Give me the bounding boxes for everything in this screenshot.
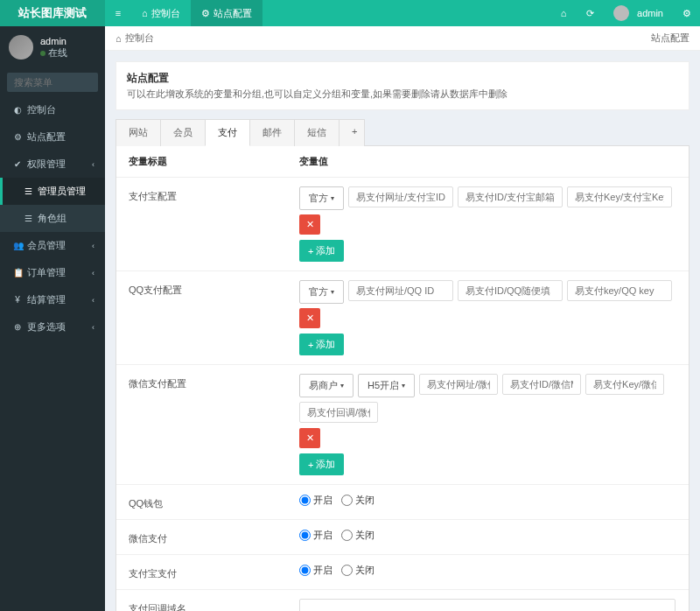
dropdown-h5[interactable]: H5开启▾ [358,374,415,397]
delete-button[interactable]: ✕ [299,214,320,235]
clipboard-icon: 📋 [13,268,22,277]
sidebar: admin 在线 ◐控制台 ⚙站点配置 ✔权限管理‹ ☰管理员管理 ☰角色组 👥… [0,26,105,611]
plus-icon: + [308,340,313,350]
delete-button[interactable]: ✕ [299,428,320,448]
breadcrumb-home[interactable]: 控制台 [125,32,154,45]
qq-input-2[interactable] [458,280,563,301]
tab-payment[interactable]: 支付 [205,119,250,146]
search-input[interactable] [7,73,98,92]
text-input[interactable] [299,599,676,611]
user-panel: admin 在线 [0,26,105,68]
row-label: QQ支付配置 [129,280,299,355]
breadcrumb: ⌂ 控制台 站点配置 [105,26,700,51]
wx-input-4[interactable] [299,402,378,423]
chevron-left-icon: ‹ [92,160,94,169]
config-panel: 变量标题 变量值 支付宝配置 官方▾ ✕ +添加 [116,145,690,611]
gear-icon: ⚙ [13,132,22,142]
radio-on[interactable]: 开启 [299,529,332,542]
settings-icon[interactable]: ⚙ [674,8,700,19]
tab-email[interactable]: 邮件 [249,119,295,146]
plus-circle-icon: ⊕ [13,322,22,332]
plus-icon: + [308,246,313,256]
refresh-icon[interactable]: ⟳ [577,8,603,19]
tab-sms[interactable]: 短信 [294,119,340,146]
menu-more[interactable]: ⊕更多选项‹ [0,313,105,341]
row-label: QQ钱包 [129,494,299,510]
row-alipay: 支付宝配置 官方▾ ✕ +添加 [116,178,689,271]
alipay-input-2[interactable] [458,186,563,207]
row-label: 微信支付 [129,529,299,545]
row-label: 支付宝支付 [129,564,299,580]
alipay-input-1[interactable] [348,186,453,207]
caret-down-icon: ▾ [331,288,334,296]
wx-input-1[interactable] [419,374,498,395]
topbar-tab-config[interactable]: ⚙站点配置 [191,0,262,26]
close-icon: ✕ [306,313,314,324]
topbar-user[interactable]: admin [603,0,674,26]
dropdown-merchant[interactable]: 易商户▾ [299,374,354,397]
row-radio: 微信支付 开启 关闭 [116,520,689,555]
dropdown-official[interactable]: 官方▾ [299,280,344,304]
tab-add[interactable]: + [339,119,365,146]
chevron-left-icon: ‹ [92,323,94,332]
home-icon[interactable]: ⌂ [550,8,577,18]
col-value: 变量值 [299,155,676,168]
close-icon: ✕ [306,432,314,444]
radio-on[interactable]: 开启 [299,494,332,507]
wx-input-3[interactable] [585,374,664,395]
topbar-tab-dashboard[interactable]: ⌂控制台 [131,0,191,26]
dashboard-icon: ◐ [13,105,22,115]
row-wxpay: 微信支付配置 易商户▾ H5开启▾ ✕ +添加 [116,365,689,485]
menu-toggle-icon[interactable]: ≡ [105,8,131,18]
chevron-left-icon: ‹ [92,242,94,250]
avatar [9,35,33,60]
list-icon: ☰ [24,214,32,223]
dropdown-official[interactable]: 官方▾ [299,186,344,210]
user-name: admin [40,36,67,46]
delete-button[interactable]: ✕ [299,308,320,328]
qq-input-1[interactable] [348,280,453,301]
gear-icon: ⚙ [201,0,210,26]
list-icon: ☰ [24,186,32,196]
config-tabs: 网站 会员 支付 邮件 短信 + [116,119,690,146]
radio-off[interactable]: 关闭 [341,529,374,542]
radio-on[interactable]: 开启 [299,564,332,577]
tab-member[interactable]: 会员 [160,119,206,146]
content: ⌂ 控制台 站点配置 站点配置 可以在此增改系统的变量和分组,也可以自定义分组和… [105,26,700,611]
menu-dashboard[interactable]: ◐控制台 [0,96,105,123]
caret-down-icon: ▾ [331,194,334,202]
add-button[interactable]: +添加 [299,240,344,262]
row-radio: 支付宝支付 开启 关闭 [116,555,689,590]
row-label: 支付回调域名 [129,599,299,611]
qq-input-3[interactable] [567,280,672,301]
menu-orders[interactable]: 📋订单管理‹ [0,259,105,286]
user-status: 在线 [40,46,67,60]
menu-roles[interactable]: ☰角色组 [0,205,105,232]
users-icon: 👥 [13,241,22,250]
row-label: 支付宝配置 [129,186,299,262]
tab-website[interactable]: 网站 [116,119,161,146]
logo: 站长图库测试 [0,0,105,26]
menu-admin[interactable]: ☰管理员管理 [0,178,105,205]
caret-down-icon: ▾ [402,382,405,390]
wx-input-2[interactable] [502,374,581,395]
menu-settlement[interactable]: ¥结算管理‹ [0,286,105,313]
topbar: 站长图库测试 ≡ ⌂控制台 ⚙站点配置 ⌂ ⟳ admin ⚙ [0,0,700,26]
row-qqpay: QQ支付配置 官方▾ ✕ +添加 [116,271,689,365]
menu-members[interactable]: 👥会员管理‹ [0,232,105,259]
menu-permission[interactable]: ✔权限管理‹ [0,151,105,178]
row-radio: QQ钱包 开启 关闭 [116,485,689,520]
radio-off[interactable]: 关闭 [341,564,374,577]
yen-icon: ¥ [13,295,22,305]
alipay-input-3[interactable] [567,186,672,207]
home-icon: ⌂ [116,33,122,44]
sidebar-search[interactable] [7,73,98,92]
row-label: 微信支付配置 [129,374,299,475]
row-simple: 支付回调域名 [116,590,689,611]
add-button[interactable]: +添加 [299,334,344,355]
menu-siteconfig[interactable]: ⚙站点配置 [0,123,105,151]
chevron-left-icon: ‹ [92,269,94,277]
radio-off[interactable]: 关闭 [341,494,374,507]
add-button[interactable]: +添加 [299,453,344,475]
caret-down-icon: ▾ [340,382,344,390]
